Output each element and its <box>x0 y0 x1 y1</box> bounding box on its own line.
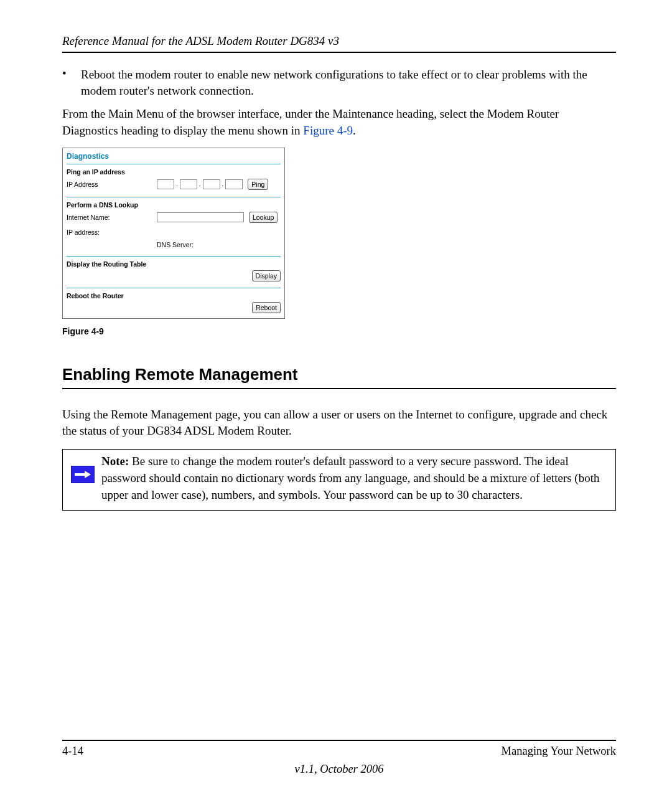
ping-button[interactable]: Ping <box>248 179 268 190</box>
chapter-name: Managing Your Network <box>502 745 616 758</box>
diagnostics-panel: Diagnostics Ping an IP address IP Addres… <box>62 148 285 319</box>
bullet-marker: • <box>62 67 81 98</box>
page-footer: 4-14 Managing Your Network v1.1, October… <box>62 740 616 776</box>
internet-name-inputs: Lookup <box>157 212 281 223</box>
bullet-item: • Reboot the modem router to enable new … <box>62 67 616 98</box>
dot: . <box>222 181 224 187</box>
display-button[interactable]: Display <box>252 270 281 281</box>
ip-inputs: . . . Ping <box>157 179 281 190</box>
page-number: 4-14 <box>62 745 83 758</box>
bullet-text: Reboot the modem router to enable new ne… <box>81 67 616 98</box>
ip-octet-1[interactable] <box>157 179 174 189</box>
arrow-icon <box>71 466 95 483</box>
note-icon-cell <box>63 450 101 488</box>
ip-address-label: IP Address <box>67 181 157 188</box>
section-paragraph: Using the Remote Management page, you ca… <box>62 407 616 439</box>
section-rule <box>62 388 616 389</box>
dns-server-row: DNS Server: <box>67 241 281 248</box>
divider <box>67 256 281 257</box>
ip-octet-2[interactable] <box>180 179 197 189</box>
dns-section-title: Perform a DNS Lookup <box>67 201 281 209</box>
internet-name-label: Internet Name: <box>67 214 157 221</box>
note-text: Note: Be sure to change the modem router… <box>101 450 615 510</box>
header-rule <box>62 52 616 53</box>
routing-section-title: Display the Routing Table <box>67 260 281 268</box>
svg-rect-0 <box>75 473 86 476</box>
ip-octet-4[interactable] <box>225 179 243 189</box>
ip-address-result-row: IP address: <box>67 226 281 238</box>
header-title: Reference Manual for the ADSL Modem Rout… <box>62 34 616 48</box>
divider <box>67 288 281 288</box>
reboot-button-row: Reboot <box>67 302 281 313</box>
figure-link[interactable]: Figure 4-9 <box>303 124 353 137</box>
intro-text-after: . <box>353 124 356 137</box>
note-label: Note: <box>101 455 129 468</box>
lookup-button[interactable]: Lookup <box>249 212 278 223</box>
footer-rule <box>62 740 616 741</box>
note-box: Note: Be sure to change the modem router… <box>62 449 616 511</box>
reboot-section-title: Reboot the Router <box>67 292 281 300</box>
intro-paragraph: From the Main Menu of the browser interf… <box>62 106 616 138</box>
diagnostics-title: Diagnostics <box>67 151 281 164</box>
ip-octet-3[interactable] <box>203 179 220 189</box>
divider <box>67 164 281 164</box>
display-button-row: Display <box>67 270 281 281</box>
dot: . <box>176 181 178 187</box>
figure-caption: Figure 4-9 <box>62 326 616 336</box>
internet-name-row: Internet Name: Lookup <box>67 211 281 224</box>
internet-name-input[interactable] <box>157 212 244 222</box>
footer-version: v1.1, October 2006 <box>62 763 616 776</box>
note-body: Be sure to change the modem router's def… <box>101 455 599 501</box>
dot: . <box>199 181 201 187</box>
divider <box>67 197 281 197</box>
svg-marker-1 <box>85 471 91 478</box>
footer-row: 4-14 Managing Your Network <box>62 745 616 758</box>
page-header: Reference Manual for the ADSL Modem Rout… <box>62 34 616 53</box>
section-heading: Enabling Remote Management <box>62 365 616 384</box>
ip-address-row: IP Address . . . Ping <box>67 178 281 191</box>
ping-section-title: Ping an IP address <box>67 168 281 176</box>
reboot-button[interactable]: Reboot <box>252 302 281 313</box>
ip-address-result-label: IP address: <box>67 229 157 236</box>
